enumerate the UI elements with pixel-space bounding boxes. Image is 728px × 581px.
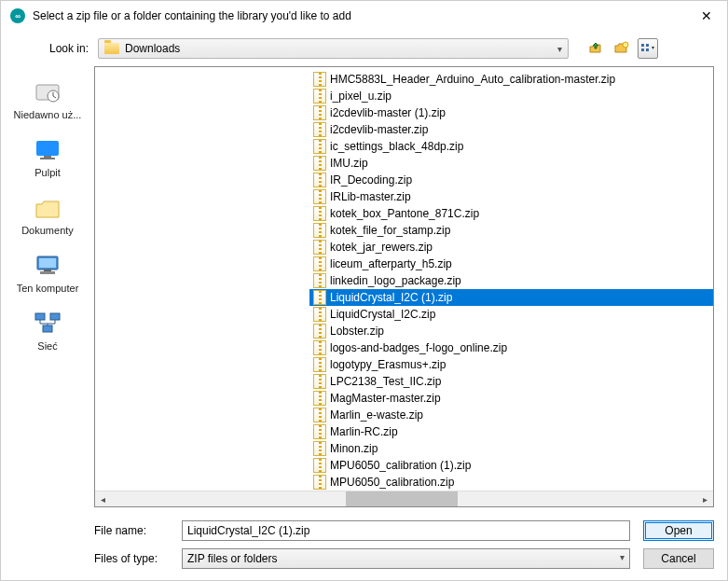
svg-rect-16	[43, 325, 52, 332]
computer-icon	[33, 253, 62, 279]
file-row[interactable]: kotek_file_for_stamp.zip	[309, 222, 713, 239]
file-name: kotek_jar_rewers.zip	[330, 240, 433, 255]
bottom-panel: File name: Open Files of type: ZIP files…	[1, 515, 727, 580]
file-name: kotek_box_Pantone_871C.zip	[330, 206, 479, 221]
file-name: LiquidCrystal_I2C.zip	[330, 307, 435, 322]
filename-row: File name: Open	[94, 520, 714, 541]
file-row[interactable]: LiquidCrystal_I2C.zip	[309, 306, 713, 323]
file-row[interactable]: kotek_jar_rewers.zip	[309, 239, 713, 256]
place-label: Dokumenty	[21, 225, 74, 236]
file-row[interactable]: HMC5883L_Header_Arduino_Auto_calibration…	[309, 71, 713, 88]
scroll-left-button[interactable]: ◂	[95, 491, 111, 507]
file-name: MagMaster-master.zip	[330, 391, 441, 406]
folder-icon	[104, 43, 119, 54]
file-name: MPU6050_calibration (1).zip	[330, 458, 471, 473]
filetype-combo[interactable]: ZIP files or folders ▾	[182, 548, 630, 569]
zip-file-icon	[313, 357, 326, 372]
zip-file-icon	[313, 273, 326, 288]
filename-input[interactable]	[182, 520, 630, 541]
svg-rect-13	[40, 271, 55, 274]
file-row[interactable]: i_pixel_u.zip	[309, 88, 713, 104]
svg-point-0	[623, 42, 628, 48]
file-name: liceum_afterparty_h5.zip	[330, 256, 452, 271]
main-area: Niedawno uż... Pulpit Dokumenty Ten komp…	[1, 66, 727, 515]
close-button[interactable]: ✕	[695, 7, 718, 25]
zip-file-icon	[313, 122, 326, 137]
scroll-track[interactable]	[111, 491, 697, 506]
zip-file-icon	[313, 475, 326, 490]
zip-file-icon	[313, 139, 326, 154]
horizontal-scrollbar[interactable]: ◂ ▸	[95, 491, 713, 506]
view-menu-icon	[639, 42, 656, 55]
file-row[interactable]: Marlin-RC.zip	[309, 423, 713, 440]
file-name: LPC2138_Test_IIC.zip	[330, 374, 441, 389]
place-recent[interactable]: Niedawno uż...	[10, 79, 85, 120]
file-name: kotek_file_for_stamp.zip	[330, 223, 450, 238]
place-desktop[interactable]: Pulpit	[10, 137, 85, 178]
zip-file-icon	[313, 223, 326, 238]
place-thispc[interactable]: Ten komputer	[10, 253, 85, 294]
file-name: i_pixel_u.zip	[330, 89, 391, 104]
new-folder-button[interactable]	[611, 38, 632, 59]
zip-file-icon	[313, 105, 326, 120]
file-name: Minon.zip	[330, 441, 378, 456]
file-row[interactable]: Lobster.zip	[309, 323, 713, 339]
file-row[interactable]: MagMaster-master.zip	[309, 390, 713, 407]
svg-rect-14	[35, 313, 45, 320]
file-name: HMC5883L_Header_Arduino_Auto_calibration…	[330, 72, 615, 87]
zip-file-icon	[313, 391, 326, 406]
file-row[interactable]: Marlin_e-waste.zip	[309, 407, 713, 423]
svg-rect-12	[44, 270, 51, 271]
file-row[interactable]: MPU6050_calibration (1).zip	[309, 457, 713, 474]
file-row[interactable]: IR_Decoding.zip	[309, 172, 713, 188]
cancel-button[interactable]: Cancel	[643, 548, 714, 569]
file-row[interactable]: i2cdevlib-master (1).zip	[309, 104, 713, 121]
file-row[interactable]: Minon.zip	[309, 440, 713, 457]
place-label: Sieć	[37, 340, 57, 352]
place-documents[interactable]: Dokumenty	[10, 195, 85, 236]
file-row[interactable]: logos-and-badges_f-logo_online.zip	[309, 339, 713, 356]
file-row[interactable]: IMU.zip	[309, 155, 713, 172]
file-row[interactable]: LPC2138_Test_IIC.zip	[309, 373, 713, 390]
view-menu-button[interactable]	[638, 38, 658, 59]
zip-file-icon	[313, 424, 326, 439]
file-name: Marlin-RC.zip	[330, 424, 398, 439]
file-name: IR_Decoding.zip	[330, 173, 412, 187]
file-row[interactable]: IRLib-master.zip	[309, 188, 713, 205]
lookin-combo[interactable]: Downloads ▾	[98, 38, 569, 59]
svg-rect-11	[39, 258, 56, 268]
open-button[interactable]: Open	[643, 520, 714, 541]
zip-file-icon	[313, 256, 326, 271]
documents-icon	[33, 195, 62, 221]
place-network[interactable]: Sieć	[10, 311, 85, 352]
file-name: IMU.zip	[330, 156, 368, 171]
folder-up-button[interactable]	[585, 38, 606, 59]
folder-toolbar	[585, 38, 658, 59]
svg-rect-7	[36, 141, 59, 156]
filetype-label: Files of type:	[94, 552, 169, 565]
place-label: Ten komputer	[17, 283, 79, 294]
zip-file-icon	[313, 441, 326, 456]
file-row[interactable]: i2cdevlib-master.zip	[309, 121, 713, 138]
file-name: LiquidCrystal_I2C (1).zip	[330, 290, 452, 305]
file-row[interactable]: logotypy_Erasmus+.zip	[309, 356, 713, 373]
zip-file-icon	[313, 324, 326, 339]
file-row[interactable]: kotek_box_Pantone_871C.zip	[309, 205, 713, 222]
file-row[interactable]: MPU6050_calibration.zip	[309, 474, 713, 491]
file-row[interactable]: ic_settings_black_48dp.zip	[309, 138, 713, 155]
file-row[interactable]: LiquidCrystal_I2C (1).zip	[309, 289, 713, 306]
folder-up-icon	[587, 40, 604, 57]
place-label: Pulpit	[34, 167, 61, 178]
file-row[interactable]: linkedin_logo_package.zip	[309, 272, 713, 289]
chevron-down-icon: ▾	[620, 552, 625, 565]
zip-file-icon	[313, 240, 326, 255]
file-list[interactable]: HMC5883L_Header_Arduino_Auto_calibration…	[95, 67, 713, 491]
svg-rect-3	[641, 48, 644, 51]
file-name: MPU6050_calibration.zip	[330, 475, 454, 490]
file-row[interactable]: liceum_afterparty_h5.zip	[309, 256, 713, 272]
file-name: Marlin_e-waste.zip	[330, 408, 423, 422]
file-pane: HMC5883L_Header_Arduino_Auto_calibration…	[94, 66, 714, 507]
scroll-right-button[interactable]: ▸	[697, 491, 713, 507]
scroll-thumb[interactable]	[346, 491, 458, 506]
zip-file-icon	[313, 206, 326, 221]
